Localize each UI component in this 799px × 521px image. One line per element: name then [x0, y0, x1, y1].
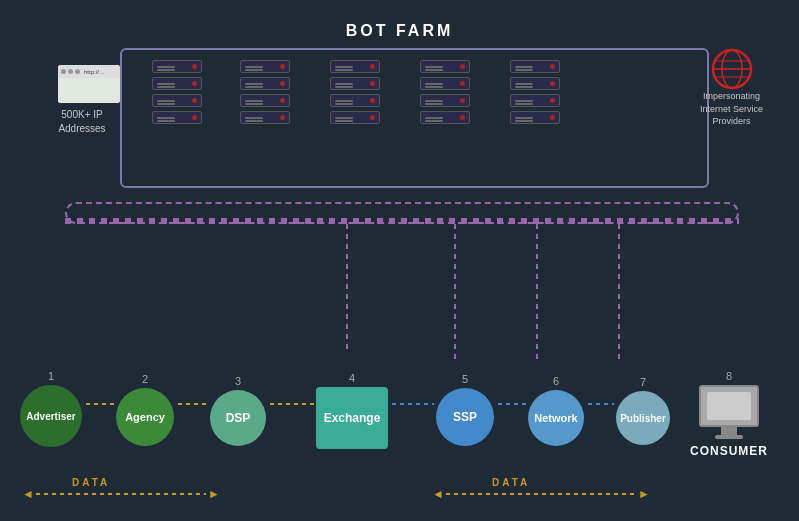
data-section-right: ◄ DATA ► [432, 487, 650, 501]
server-unit-4 [420, 60, 470, 124]
component-ssp: 5 SSP [436, 373, 494, 446]
connector-2-3 [178, 403, 208, 405]
connector-6-7 [588, 403, 614, 405]
component-network: 6 Network [528, 375, 584, 446]
server-unit-5 [510, 60, 560, 124]
step-8: 8 [726, 370, 732, 382]
browser-icon: http://... [58, 65, 120, 103]
advertiser-circle: Advertiser [20, 385, 82, 447]
vertical-line-ssp [454, 224, 456, 364]
connector-4-5 [392, 403, 434, 405]
component-advertiser: 1 Advertiser [20, 370, 82, 447]
component-publisher: 7 Publisher [616, 376, 670, 445]
dsp-circle: DSP [210, 390, 266, 446]
connector-5-6 [498, 403, 526, 405]
publisher-circle: Publisher [616, 391, 670, 445]
server-unit-2 [240, 60, 290, 124]
component-consumer: 8 CONSUMER [690, 370, 768, 458]
data-section-left: ◄ DATA ► [22, 487, 220, 501]
ssp-circle: SSP [436, 388, 494, 446]
component-agency: 2 Agency [116, 373, 174, 446]
vertical-line-exchange [346, 224, 348, 354]
bus-line-inner [65, 218, 739, 224]
ip-label: 500K+ IP Addresses [42, 108, 122, 136]
consumer-label: CONSUMER [690, 444, 768, 458]
component-exchange: 4 Exchange [316, 372, 388, 449]
url-bar: http://... [84, 69, 104, 75]
monitor [699, 385, 759, 439]
step-1: 1 [48, 370, 54, 382]
data-label-right: DATA [492, 477, 530, 488]
network-circle: Network [528, 390, 584, 446]
step-5: 5 [462, 373, 468, 385]
connector-1-2 [86, 403, 114, 405]
bot-farm-label: BOT FARM [0, 22, 799, 40]
globe-icon [711, 48, 753, 90]
isp-label: Impersonating Internet Service Providers [694, 90, 769, 128]
component-dsp: 3 DSP [210, 375, 266, 446]
vertical-line-publisher [618, 224, 620, 364]
isp-icon: Impersonating Internet Service Providers [694, 48, 769, 128]
exchange-square: Exchange [316, 387, 388, 449]
server-unit-3 [330, 60, 380, 124]
agency-circle: Agency [116, 388, 174, 446]
step-7: 7 [640, 376, 646, 388]
bot-farm-box [120, 48, 709, 188]
server-unit-1 [152, 60, 202, 124]
connector-3-4 [270, 403, 316, 405]
step-4: 4 [349, 372, 355, 384]
data-label-left: DATA [72, 477, 110, 488]
vertical-line-network [536, 224, 538, 364]
step-6: 6 [553, 375, 559, 387]
step-2: 2 [142, 373, 148, 385]
step-3: 3 [235, 375, 241, 387]
